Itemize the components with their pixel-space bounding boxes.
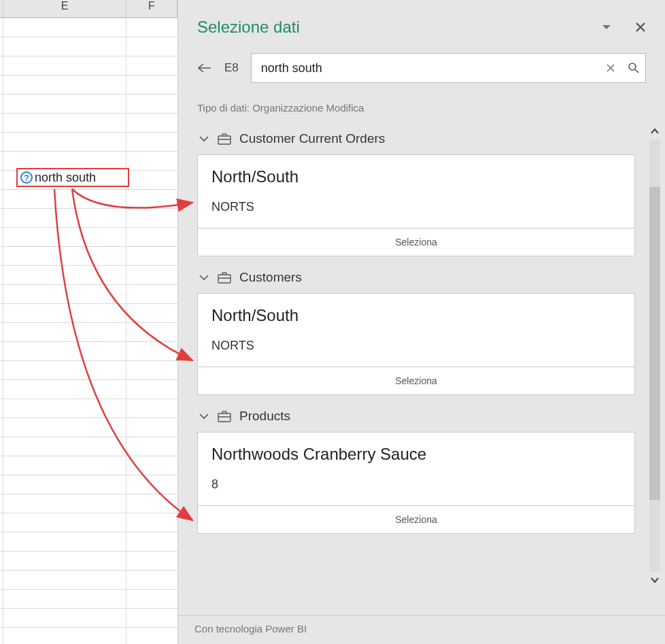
result-subtitle: NORTS — [211, 200, 621, 214]
result-title: North/South — [211, 167, 621, 186]
result-subtitle: NORTS — [211, 339, 621, 353]
result-group: Customer Current Orders North/South NORT… — [197, 129, 665, 256]
result-group: Products Northwoods Cranberry Sauce 8 Se… — [197, 406, 665, 534]
search-input[interactable] — [260, 61, 600, 76]
pane-title: Selezione dati — [197, 18, 300, 37]
clear-search-icon[interactable] — [606, 63, 615, 73]
select-button[interactable]: Seleziona — [198, 228, 634, 256]
briefcase-icon — [218, 271, 231, 284]
scroll-down-button[interactable] — [647, 572, 662, 588]
active-cell-value: north south — [35, 171, 96, 185]
chevron-down-icon — [199, 273, 209, 282]
column-header-e[interactable]: E — [3, 0, 126, 17]
chevron-down-icon — [199, 411, 209, 421]
svg-rect-2 — [218, 275, 231, 283]
back-arrow-icon[interactable] — [197, 63, 212, 73]
briefcase-icon — [218, 410, 231, 422]
group-name: Customer Current Orders — [239, 131, 385, 146]
search-icon[interactable] — [628, 62, 640, 74]
result-card: Northwoods Cranberry Sauce 8 Seleziona — [197, 432, 635, 534]
select-button[interactable]: Seleziona — [198, 505, 634, 533]
cell-reference-label: E8 — [224, 61, 239, 75]
svg-rect-1 — [218, 136, 231, 144]
data-selector-pane: Selezione dati E8 — [178, 0, 665, 644]
results-vertical-scrollbar[interactable] — [647, 123, 662, 588]
scroll-up-button[interactable] — [647, 123, 662, 139]
group-header[interactable]: Customer Current Orders — [197, 129, 635, 154]
briefcase-icon — [218, 133, 231, 145]
datatype-label: Tipo di dati: Organizzazione Modifica — [178, 90, 665, 118]
group-header[interactable]: Customers — [197, 267, 635, 293]
group-name: Customers — [239, 270, 302, 285]
group-header[interactable]: Products — [197, 406, 635, 432]
chevron-down-icon — [199, 134, 209, 143]
active-cell[interactable]: ? north south — [16, 168, 129, 187]
scroll-thumb[interactable] — [649, 187, 660, 500]
result-group: Customers North/South NORTS Seleziona — [197, 267, 665, 395]
svg-point-0 — [629, 63, 636, 70]
select-button[interactable]: Seleziona — [198, 367, 634, 394]
result-title: Northwoods Cranberry Sauce — [211, 445, 621, 464]
results-list: Customer Current Orders North/South NORT… — [178, 118, 665, 615]
search-box — [251, 53, 646, 83]
group-name: Products — [239, 409, 290, 424]
question-icon: ? — [20, 171, 33, 184]
dropdown-icon[interactable] — [601, 23, 612, 31]
close-icon[interactable] — [635, 22, 646, 33]
result-title: North/South — [211, 306, 621, 325]
spreadsheet-area: E F — [0, 0, 178, 644]
result-card: North/South NORTS Seleziona — [197, 293, 635, 395]
spreadsheet-grid[interactable] — [0, 18, 177, 644]
svg-rect-3 — [218, 413, 231, 422]
column-header-f[interactable]: F — [126, 0, 177, 17]
result-card: North/South NORTS Seleziona — [197, 154, 635, 256]
pane-footer: Con tecnologia Power BI — [178, 615, 665, 644]
scroll-track[interactable] — [649, 139, 660, 572]
result-subtitle: 8 — [211, 477, 621, 492]
